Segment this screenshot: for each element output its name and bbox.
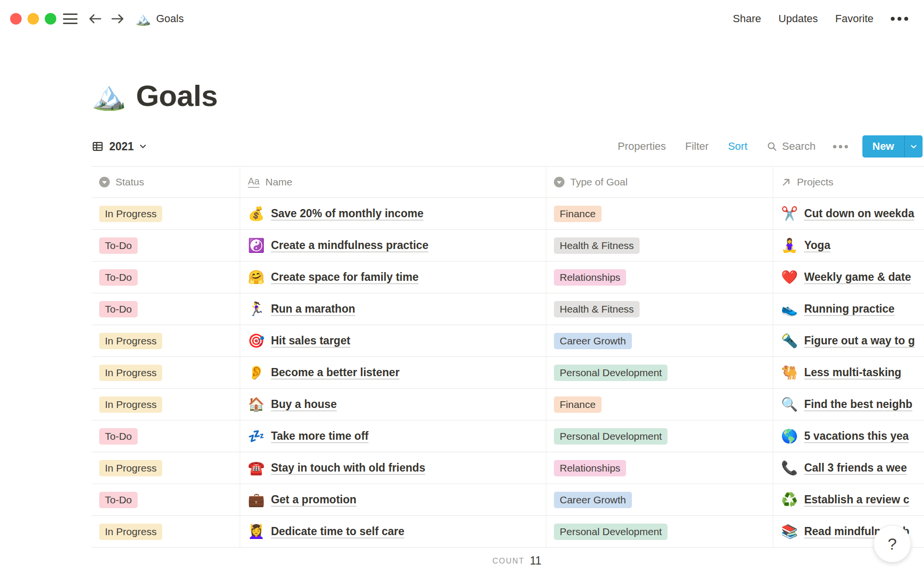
project-link[interactable]: Yoga (804, 239, 831, 252)
column-header-projects[interactable]: Projects (773, 167, 924, 197)
project-link[interactable]: 5 vacations this yea (804, 430, 909, 443)
name-cell[interactable]: 💰Save 20% of monthly income (240, 198, 546, 229)
name-cell[interactable]: 🤗Create space for family time (240, 262, 546, 293)
type-of-goal-badge[interactable]: Career Growth (554, 333, 632, 349)
search-button[interactable]: Search (767, 140, 816, 153)
type-of-goal-cell[interactable]: Career Growth (546, 325, 773, 356)
name-cell[interactable]: 💼Get a promotion (240, 484, 546, 515)
view-selector[interactable]: 2021 (91, 140, 147, 153)
breadcrumb[interactable]: 🏔️ Goals (135, 13, 184, 25)
name-cell[interactable]: ☯️Create a mindfulness practice (240, 230, 546, 261)
status-cell[interactable]: In Progress (91, 325, 240, 356)
project-link[interactable]: Running practice (804, 302, 895, 315)
back-arrow-icon[interactable] (88, 13, 103, 25)
name-cell[interactable]: ☎️Stay in touch with old friends (240, 452, 546, 484)
project-link[interactable]: Figure out a way to g (804, 334, 915, 347)
status-badge[interactable]: In Progress (99, 365, 162, 381)
more-menu-icon[interactable] (891, 17, 908, 21)
status-cell[interactable]: In Progress (91, 516, 240, 547)
type-of-goal-badge[interactable]: Health & Fitness (554, 301, 640, 317)
goal-name-link[interactable]: Run a marathon (271, 302, 355, 315)
type-of-goal-cell[interactable]: Health & Fitness (546, 293, 773, 325)
projects-cell[interactable]: 👟Running practice (773, 293, 924, 325)
goal-name-link[interactable]: Stay in touch with old friends (271, 461, 425, 474)
status-cell[interactable]: To-Do (91, 230, 240, 261)
project-link[interactable]: Weekly game & date (804, 271, 911, 284)
type-of-goal-badge[interactable]: Personal Development (554, 524, 667, 540)
status-cell[interactable]: To-Do (91, 293, 240, 325)
type-of-goal-cell[interactable]: Personal Development (546, 357, 773, 388)
sidebar-menu-icon[interactable] (63, 13, 77, 24)
type-of-goal-cell[interactable]: Career Growth (546, 484, 773, 515)
favorite-button[interactable]: Favorite (835, 13, 873, 25)
close-window-button[interactable] (10, 13, 22, 25)
status-badge[interactable]: In Progress (99, 396, 162, 413)
status-cell[interactable]: In Progress (91, 357, 240, 388)
projects-cell[interactable]: 🔍Find the best neighb (773, 389, 924, 420)
help-button[interactable]: ? (873, 525, 911, 563)
goal-name-link[interactable]: Take more time off (271, 430, 369, 443)
projects-cell[interactable]: 📞Call 3 friends a wee (773, 452, 924, 484)
status-cell[interactable]: In Progress (91, 198, 240, 229)
project-link[interactable]: Call 3 friends a wee (804, 461, 907, 474)
goal-name-link[interactable]: Save 20% of monthly income (271, 207, 424, 220)
type-of-goal-badge[interactable]: Health & Fitness (554, 237, 640, 254)
project-link[interactable]: Establish a review c (804, 493, 910, 506)
column-header-name[interactable]: Aa Name (240, 167, 546, 197)
projects-cell[interactable]: 🐫Less multi-tasking (773, 357, 924, 388)
type-of-goal-badge[interactable]: Personal Development (554, 428, 667, 445)
type-of-goal-badge[interactable]: Personal Development (554, 365, 667, 381)
status-cell[interactable]: To-Do (91, 262, 240, 293)
status-cell[interactable]: In Progress (91, 452, 240, 484)
status-badge[interactable]: To-Do (99, 237, 138, 254)
status-cell[interactable]: To-Do (91, 420, 240, 452)
name-cell[interactable]: 🏠Buy a house (240, 389, 546, 420)
type-of-goal-badge[interactable]: Career Growth (554, 492, 632, 508)
status-badge[interactable]: In Progress (99, 333, 162, 349)
projects-cell[interactable]: ✂️Cut down on weekda (773, 198, 924, 229)
project-link[interactable]: Cut down on weekda (804, 207, 914, 220)
type-of-goal-badge[interactable]: Finance (554, 206, 602, 222)
name-cell[interactable]: 🏃‍♀️Run a marathon (240, 293, 546, 325)
name-cell[interactable]: 👂Become a better listener (240, 357, 546, 388)
zoom-window-button[interactable] (45, 13, 56, 25)
goal-name-link[interactable]: Dedicate time to self care (271, 525, 404, 538)
forward-arrow-icon[interactable] (110, 13, 125, 25)
share-button[interactable]: Share (733, 13, 761, 25)
type-of-goal-cell[interactable]: Personal Development (546, 420, 773, 452)
type-of-goal-cell[interactable]: Finance (546, 389, 773, 420)
filter-button[interactable]: Filter (685, 140, 709, 153)
status-badge[interactable]: In Progress (99, 206, 162, 222)
sort-button[interactable]: Sort (728, 140, 747, 153)
goal-name-link[interactable]: Buy a house (271, 398, 337, 411)
project-link[interactable]: Find the best neighb (804, 398, 912, 411)
projects-cell[interactable]: 🌎5 vacations this yea (773, 420, 924, 452)
type-of-goal-cell[interactable]: Finance (546, 198, 773, 229)
projects-cell[interactable]: 🧘‍♀️Yoga (773, 230, 924, 261)
type-of-goal-badge[interactable]: Finance (554, 396, 602, 413)
goal-name-link[interactable]: Create a mindfulness practice (271, 239, 428, 252)
goal-name-link[interactable]: Become a better listener (271, 366, 399, 379)
status-badge[interactable]: To-Do (99, 301, 138, 317)
status-cell[interactable]: In Progress (91, 389, 240, 420)
goal-name-link[interactable]: Create space for family time (271, 271, 419, 284)
status-badge[interactable]: In Progress (99, 460, 162, 476)
count-aggregate[interactable]: Count 11 (240, 554, 546, 567)
page-emoji-icon[interactable]: 🏔️ (91, 81, 126, 109)
updates-button[interactable]: Updates (779, 13, 818, 25)
view-more-icon[interactable] (833, 145, 848, 148)
goal-name-link[interactable]: Hit sales target (271, 334, 350, 347)
projects-cell[interactable]: ♻️Establish a review c (773, 484, 924, 515)
status-badge[interactable]: To-Do (99, 428, 138, 445)
type-of-goal-badge[interactable]: Relationships (554, 460, 626, 476)
project-link[interactable]: Less multi-tasking (804, 366, 901, 379)
status-badge[interactable]: In Progress (99, 524, 162, 540)
minimize-window-button[interactable] (27, 13, 39, 25)
type-of-goal-cell[interactable]: Health & Fitness (546, 230, 773, 261)
column-header-status[interactable]: Status (91, 167, 240, 197)
goal-name-link[interactable]: Get a promotion (271, 493, 357, 506)
projects-cell[interactable]: 🔦Figure out a way to g (773, 325, 924, 356)
status-badge[interactable]: To-Do (99, 269, 138, 286)
status-badge[interactable]: To-Do (99, 492, 138, 508)
name-cell[interactable]: 💤Take more time off (240, 420, 546, 452)
